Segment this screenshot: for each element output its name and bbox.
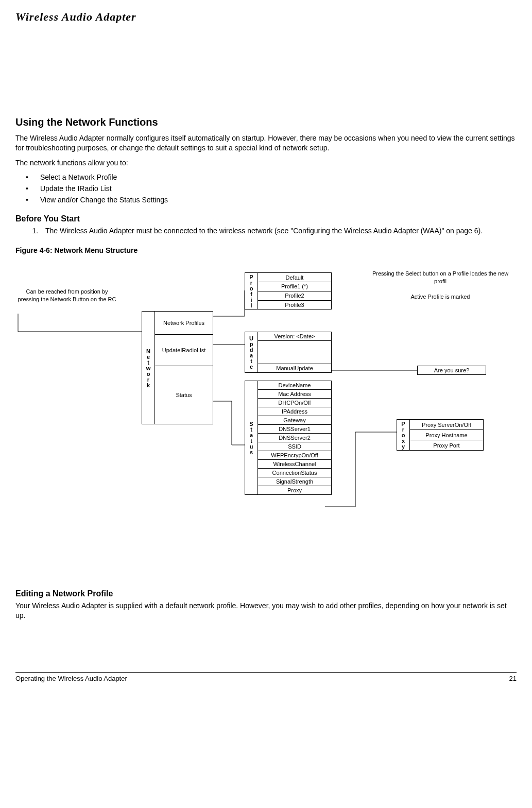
status-signal: SignalStrength (258, 477, 332, 486)
profile-2: Profile2 (258, 291, 332, 300)
figure-caption: Figure 4-6: Network Menu Structure (15, 246, 517, 254)
update-label: Update (245, 332, 258, 373)
proxy-port: Proxy Port (410, 440, 484, 451)
status-channel: WirelessChannel (258, 460, 332, 469)
profile-label: Profil (245, 273, 258, 310)
status-gateway: Gateway (258, 416, 332, 425)
section-using-network: Using the Network Functions (15, 116, 517, 128)
page-title: Wireless Audio Adapter (15, 10, 517, 24)
page-footer: Operating the Wireless Audio Adapter 21 (15, 672, 517, 682)
status-mac: Mac Address (258, 390, 332, 399)
note-reach-from-rc: Can be reached from position by pressing… (15, 288, 118, 303)
before-you-start-heading: Before You Start (15, 214, 517, 224)
profile-1: Profile1 (*) (258, 282, 332, 291)
footer-left: Operating the Wireless Audio Adapter (15, 675, 127, 682)
proxy-onoff: Proxy ServerOn/Off (410, 420, 484, 430)
footer-page-number: 21 (509, 675, 517, 682)
update-manual: ManualUpdate (258, 364, 332, 373)
before-list: The Wireless Audio Adapter must be conne… (15, 226, 517, 236)
status-dns1: DNSServer1 (258, 425, 332, 434)
status-label: Status (245, 381, 258, 495)
status-proxy: Proxy (258, 486, 332, 495)
profile-default: Default (258, 273, 332, 282)
status-dns2: DNSServer2 (258, 434, 332, 442)
bullet-view-status: View and/or Change the Status Settings (15, 196, 517, 204)
menu-status: Status (155, 366, 213, 424)
update-blank (258, 341, 332, 364)
status-dhcp: DHCPOn/Off (258, 399, 332, 407)
editing-profile-heading: Editing a Network Profile (15, 589, 517, 598)
menu-network-profiles: Network Profiles (155, 312, 213, 335)
status-devicename: DeviceName (258, 381, 332, 390)
function-list: Select a Network Profile Update the IRad… (15, 173, 517, 204)
intro-paragraph-1: The Wireless Audio Adapter normally conf… (15, 133, 517, 153)
proxy-label: Proxy (397, 420, 410, 451)
status-ip: IPAddress (258, 407, 332, 416)
note-active-marked: Active Profile is marked (407, 293, 474, 300)
network-label: Network (142, 312, 155, 424)
confirm-sure: Are you sure? (418, 366, 486, 375)
bullet-select-profile: Select a Network Profile (15, 173, 517, 181)
menu-update-iradio: UpdateIRadioList (155, 335, 213, 366)
editing-profile-paragraph: Your Wireless Audio Adapter is supplied … (15, 601, 517, 621)
note-select-loads: Pressing the Select button on a Profile … (371, 270, 510, 285)
proxy-hostname: Proxy Hostname (410, 430, 484, 440)
before-item-1: The Wireless Audio Adapter must be conne… (40, 226, 517, 236)
profile-3: Profile3 (258, 300, 332, 310)
bullet-update-iradio: Update the IRadio List (15, 184, 517, 193)
status-connection: ConnectionStatus (258, 469, 332, 477)
status-wep: WEPEncrypOn/Off (258, 451, 332, 460)
intro-paragraph-2: The network functions allow you to: (15, 158, 517, 168)
network-menu-diagram: Can be reached from position by pressing… (15, 265, 517, 584)
status-ssid: SSID (258, 442, 332, 451)
update-version: Version: <Date> (258, 332, 332, 341)
